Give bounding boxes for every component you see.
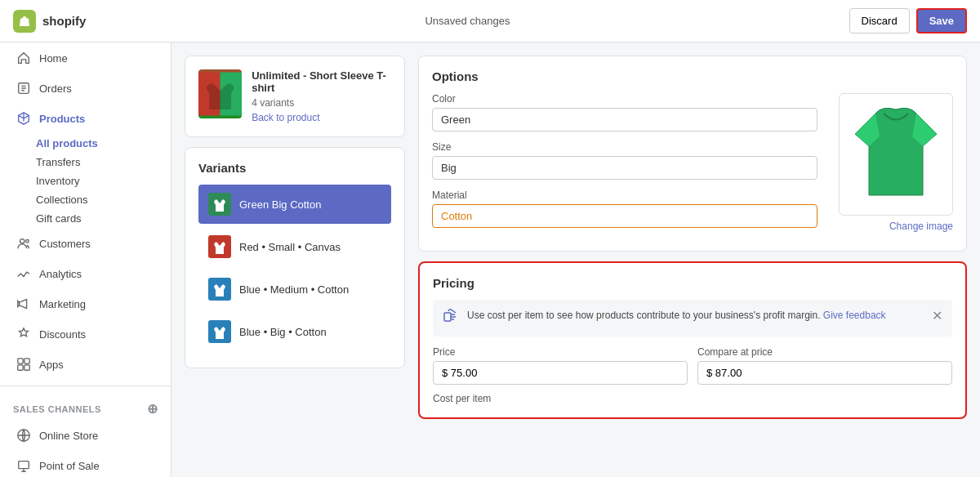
price-label: Price bbox=[433, 346, 688, 358]
sidebar-item-orders[interactable]: Orders bbox=[3, 74, 167, 103]
variant-blue-big-icon bbox=[208, 320, 231, 343]
size-input[interactable] bbox=[432, 156, 817, 180]
svg-rect-5 bbox=[18, 365, 23, 370]
sidebar-item-home[interactable]: Home bbox=[3, 43, 167, 73]
compare-price-field: Compare at price bbox=[697, 346, 952, 385]
info-banner: Use cost per item to see how products co… bbox=[433, 300, 952, 337]
sidebar-marketing-label: Marketing bbox=[39, 298, 86, 310]
options-right: Change image bbox=[831, 93, 953, 238]
variant-green-icon bbox=[208, 193, 231, 216]
left-panel: Unlimited - Short Sleeve T-shirt 4 varia… bbox=[185, 56, 405, 464]
variant-blue-big-label: Blue • Big • Cotton bbox=[239, 326, 327, 338]
variant-blue-medium-cotton[interactable]: Blue • Medium • Cotton bbox=[198, 270, 391, 309]
compare-price-input-wrap bbox=[697, 361, 952, 385]
svg-point-1 bbox=[20, 239, 24, 243]
compare-price-input[interactable] bbox=[697, 361, 952, 385]
product-image-box bbox=[839, 93, 953, 216]
sidebar-sub-collections[interactable]: Collections bbox=[0, 190, 171, 209]
price-input-wrap bbox=[433, 361, 688, 385]
color-input[interactable] bbox=[432, 108, 817, 132]
variant-blue-medium-icon bbox=[208, 278, 231, 301]
sidebar-item-analytics[interactable]: Analytics bbox=[3, 259, 167, 288]
sidebar-sub-gift-cards[interactable]: Gift cards bbox=[0, 209, 171, 228]
sidebar-item-discounts[interactable]: Discounts bbox=[3, 319, 167, 349]
product-name: Unlimited - Short Sleeve T-shirt bbox=[252, 69, 391, 94]
home-icon bbox=[16, 51, 31, 65]
sidebar-item-products[interactable]: Products bbox=[3, 104, 167, 133]
svg-point-2 bbox=[26, 240, 29, 243]
main-content: Unlimited - Short Sleeve T-shirt 4 varia… bbox=[172, 42, 980, 477]
variants-card: Variants Green Big Cotton bbox=[185, 147, 405, 368]
pricing-card: Pricing Use cost per item to see how pro… bbox=[418, 261, 967, 419]
pricing-title: Pricing bbox=[433, 276, 952, 290]
product-info: Unlimited - Short Sleeve T-shirt 4 varia… bbox=[252, 69, 391, 123]
price-input[interactable] bbox=[433, 361, 688, 385]
info-banner-text: Use cost per item to see how products co… bbox=[467, 308, 924, 323]
customers-icon bbox=[16, 236, 31, 251]
variant-red-small-canvas[interactable]: Red • Small • Canvas bbox=[198, 227, 391, 266]
topbar-actions: Discard Save bbox=[849, 8, 967, 33]
point-of-sale-icon bbox=[16, 458, 31, 473]
svg-rect-6 bbox=[24, 365, 29, 370]
size-field-group: Size bbox=[432, 141, 817, 180]
sidebar-item-point-of-sale[interactable]: Point of Sale bbox=[3, 451, 167, 477]
variant-green-label: Green Big Cotton bbox=[239, 198, 321, 211]
color-field-group: Color bbox=[432, 93, 817, 132]
sidebar-divider bbox=[0, 386, 171, 386]
svg-rect-13 bbox=[444, 313, 451, 321]
material-field-group: Material bbox=[432, 189, 817, 228]
apps-icon bbox=[16, 357, 31, 372]
variants-count: 4 variants bbox=[252, 97, 391, 109]
unsaved-status: Unsaved changes bbox=[425, 15, 510, 27]
sidebar-item-customers[interactable]: Customers bbox=[3, 229, 167, 258]
discounts-icon bbox=[16, 327, 31, 341]
topbar: shopify Unsaved changes Discard Save bbox=[0, 0, 980, 42]
price-row: Price Compare at price bbox=[433, 346, 952, 385]
point-of-sale-label: Point of Sale bbox=[39, 460, 100, 472]
options-card: Options Color Size Material bbox=[418, 56, 967, 252]
material-input[interactable] bbox=[432, 204, 817, 228]
variant-blue-big-cotton[interactable]: Blue • Big • Cotton bbox=[198, 312, 391, 351]
sidebar-discounts-label: Discounts bbox=[39, 328, 86, 341]
svg-rect-4 bbox=[24, 359, 29, 363]
color-label: Color bbox=[432, 93, 817, 105]
svg-rect-8 bbox=[19, 461, 29, 469]
sidebar-customers-label: Customers bbox=[39, 238, 91, 250]
feedback-link[interactable]: Give feedback bbox=[823, 310, 886, 321]
marketing-icon bbox=[16, 296, 31, 311]
compare-price-label: Compare at price bbox=[697, 346, 952, 358]
shopify-label: shopify bbox=[42, 14, 86, 28]
size-label: Size bbox=[432, 141, 817, 153]
change-image-link[interactable]: Change image bbox=[889, 221, 953, 232]
add-sales-channel-icon[interactable]: ⊕ bbox=[147, 401, 158, 417]
sidebar-item-online-store[interactable]: Online Store bbox=[3, 421, 167, 450]
discard-button[interactable]: Discard bbox=[849, 8, 910, 33]
cost-per-item-label: Cost per item bbox=[433, 393, 952, 404]
price-field: Price bbox=[433, 346, 688, 385]
options-row: Color Size Material bbox=[432, 93, 953, 238]
sidebar-orders-label: Orders bbox=[39, 82, 72, 95]
sidebar-item-apps[interactable]: Apps bbox=[3, 350, 167, 379]
analytics-icon bbox=[16, 266, 31, 281]
logo: shopify bbox=[13, 10, 86, 33]
variant-red-icon bbox=[208, 235, 231, 258]
save-button[interactable]: Save bbox=[916, 8, 967, 33]
products-icon bbox=[16, 111, 31, 126]
sidebar-sub-inventory[interactable]: Inventory bbox=[0, 172, 171, 190]
sidebar: Home Orders Products All products Transf… bbox=[0, 42, 172, 477]
right-panel: Options Color Size Material bbox=[418, 56, 967, 464]
sidebar-item-marketing[interactable]: Marketing bbox=[3, 289, 167, 319]
variants-title: Variants bbox=[198, 161, 391, 175]
sidebar-sub-all-products[interactable]: All products bbox=[0, 134, 171, 153]
main-layout: Home Orders Products All products Transf… bbox=[0, 42, 980, 477]
online-store-label: Online Store bbox=[39, 430, 98, 442]
sidebar-analytics-label: Analytics bbox=[39, 268, 82, 280]
sidebar-apps-label: Apps bbox=[39, 359, 64, 371]
back-to-product-link[interactable]: Back to product bbox=[252, 112, 391, 123]
svg-rect-3 bbox=[18, 359, 23, 363]
product-thumbnail bbox=[198, 69, 242, 118]
sidebar-sub-transfers[interactable]: Transfers bbox=[0, 153, 171, 172]
product-card: Unlimited - Short Sleeve T-shirt 4 varia… bbox=[185, 56, 405, 137]
close-banner-button[interactable]: ✕ bbox=[932, 308, 942, 323]
variant-green-big-cotton[interactable]: Green Big Cotton bbox=[198, 185, 391, 224]
